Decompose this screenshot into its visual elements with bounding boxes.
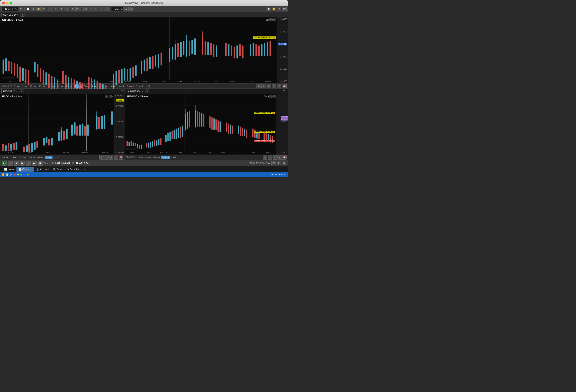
- add-bl-tab[interactable]: +: [20, 89, 24, 93]
- redo-btn[interactable]: ↪: [54, 7, 58, 11]
- charts-label: Charts: [22, 168, 29, 171]
- br-more[interactable]: >>12: [170, 156, 177, 159]
- settings-btn[interactable]: ⚙: [59, 7, 63, 11]
- font-up-btn[interactable]: A↑: [124, 7, 129, 11]
- blp4: 0.97000: [115, 136, 123, 138]
- font-dn-btn[interactable]: A↓: [129, 7, 134, 11]
- svg-rect-16: [34, 62, 36, 73]
- symbol-selector[interactable]: USD/CHF: [1, 7, 18, 11]
- undo-btn[interactable]: ↩: [49, 7, 53, 11]
- bl-more[interactable]: >>11: [53, 156, 60, 159]
- zoom-in-btn[interactable]: 🔍+: [76, 7, 81, 11]
- add-br-tab[interactable]: +: [145, 89, 149, 93]
- skip-start-btn[interactable]: ⏮: [8, 161, 13, 166]
- ctrl-link-btn[interactable]: 🔗: [271, 161, 276, 165]
- wave-btn[interactable]: 〜: [104, 7, 109, 11]
- step-back-btn[interactable]: ⏴: [14, 161, 19, 166]
- alert-btn[interactable]: 🔔: [272, 7, 276, 11]
- svg-rect-198: [265, 133, 267, 141]
- taskbar-scan[interactable]: 🔍 Scan: [51, 167, 64, 172]
- skip-end-btn[interactable]: ⏭: [32, 161, 37, 166]
- brt5: 5:00: [193, 152, 197, 154]
- search-btn[interactable]: 🔍: [19, 7, 23, 11]
- minimize-button[interactable]: [6, 2, 9, 4]
- top-time-axis: 12:00 Oct-25 12:00 Oct-26 12:00 Oct-27 1…: [0, 80, 277, 83]
- bl-eye[interactable]: 👁: [109, 155, 114, 159]
- bl-fullscreen-icon[interactable]: ⛶: [109, 95, 112, 98]
- bl-2hour[interactable]: 2 hour: [19, 156, 27, 159]
- play-btn[interactable]: ▶: [20, 161, 25, 166]
- t7: 12:00: [109, 80, 114, 82]
- bl-expand-icon[interactable]: ⤢: [105, 95, 108, 98]
- tools-btn[interactable]: ✏: [64, 7, 69, 11]
- folder-btn[interactable]: 📁: [36, 7, 41, 11]
- close-button[interactable]: [2, 2, 5, 4]
- bl-6hour[interactable]: 6 hour: [28, 156, 36, 159]
- tab-gbpusd[interactable]: GBP/USD 1h ✕: [1, 13, 20, 17]
- tab-label: GBP/USD 1h: [3, 14, 16, 16]
- main-toolbar: USD/CHF 🔍 📄 ⊞ 📁 📷 ↩ ↪ ⚙ ✏ 🔍- 🔍+ M| + ✏ T…: [0, 6, 288, 12]
- expand-icon[interactable]: ⤢: [269, 18, 272, 22]
- new-chart-btn[interactable]: 📄: [26, 7, 30, 11]
- taskbar-optimize[interactable]: ⚙ Optimize: [65, 167, 81, 172]
- indicator-btn[interactable]: M|: [83, 7, 88, 11]
- svg-rect-80: [231, 46, 232, 56]
- bl-45min[interactable]: 45 min: [1, 156, 10, 159]
- tab-usdchf[interactable]: USD/CHF 1D ✕: [1, 89, 19, 94]
- fitscreen-btn[interactable]: ⤢: [277, 84, 281, 88]
- chart-tab-bar: GBP/USD 1h ✕ +: [0, 12, 288, 17]
- svg-rect-8: [8, 61, 10, 71]
- br-15min[interactable]: 15 min: [161, 156, 170, 159]
- taskbar-charts[interactable]: 📈 Charts ✕: [16, 167, 34, 172]
- camera-btn[interactable]: 📷: [41, 7, 46, 11]
- bl-1hour[interactable]: 1 hour: [10, 156, 19, 159]
- settings2-btn[interactable]: ⚙: [277, 7, 281, 11]
- br-eye[interactable]: 👁: [273, 155, 277, 159]
- br-cal[interactable]: 📅: [282, 155, 287, 159]
- lmt-c-btn[interactable]: C: [273, 37, 276, 39]
- draw-btn[interactable]: ✏: [94, 7, 98, 11]
- br-lmt-top-c[interactable]: C: [272, 112, 274, 114]
- taskbar-add[interactable]: +: [82, 167, 87, 172]
- bl-align[interactable]: ≡: [104, 155, 109, 159]
- bl-fit[interactable]: ⤢: [114, 155, 118, 159]
- br-5min[interactable]: 5 min: [144, 156, 152, 159]
- chart-type-btn[interactable]: 📊: [266, 7, 271, 11]
- stop-btn[interactable]: ⏹: [38, 161, 43, 166]
- fullscreen-icon[interactable]: ⛶: [273, 18, 276, 22]
- zoom-out-btn[interactable]: 🔍-: [71, 7, 76, 11]
- br-lmt-bot-c[interactable]: C: [272, 131, 274, 133]
- close-usdchf[interactable]: ✕: [16, 90, 18, 93]
- power-btn[interactable]: ⏻: [2, 161, 7, 166]
- plus-btn[interactable]: +: [88, 7, 93, 11]
- br-fit[interactable]: ⤢: [277, 155, 282, 159]
- ofa-btn[interactable]: OFA: [282, 7, 287, 11]
- taskbar-account[interactable]: 👤 Account: [34, 167, 51, 172]
- add-tab-btn[interactable]: +: [21, 13, 25, 17]
- br-expand-icon[interactable]: ⤢: [269, 95, 272, 98]
- tab-audusd[interactable]: AUD/USD 15m ✕: [126, 89, 145, 94]
- taskbar-home[interactable]: 📊 Home: [2, 167, 16, 172]
- charts-close[interactable]: ✕: [30, 168, 32, 170]
- bl-8hour[interactable]: 8 hour: [36, 156, 45, 159]
- bl-1day[interactable]: 1 day: [45, 156, 53, 159]
- text-btn[interactable]: T: [99, 7, 103, 11]
- br-grid[interactable]: ⊞: [263, 155, 267, 159]
- br-10min[interactable]: 10 min: [152, 156, 161, 159]
- calendar-btn[interactable]: 📅: [282, 84, 287, 88]
- close-audusd[interactable]: ✕: [142, 90, 143, 93]
- window-controls[interactable]: [2, 2, 12, 4]
- tab-close-gbpusd[interactable]: ✕: [17, 14, 19, 16]
- maximize-button[interactable]: [10, 2, 12, 4]
- ctrl-close-btn[interactable]: ✕: [282, 161, 286, 165]
- current-price: 1.32820: [278, 43, 287, 46]
- br-fullscreen-icon[interactable]: ⛶: [273, 95, 276, 98]
- timeframe-selector[interactable]: 1 day: [111, 7, 123, 11]
- ctrl-settings-btn[interactable]: ⚙: [277, 161, 281, 165]
- bl-grid[interactable]: ⊞: [99, 155, 104, 159]
- br-1min[interactable]: 1 min: [137, 156, 144, 159]
- bl-cal[interactable]: 📅: [119, 155, 123, 159]
- layout-btn[interactable]: ⊞: [31, 7, 35, 11]
- step-fwd-btn[interactable]: ⏵: [26, 161, 31, 166]
- br-align[interactable]: ≡: [268, 155, 272, 159]
